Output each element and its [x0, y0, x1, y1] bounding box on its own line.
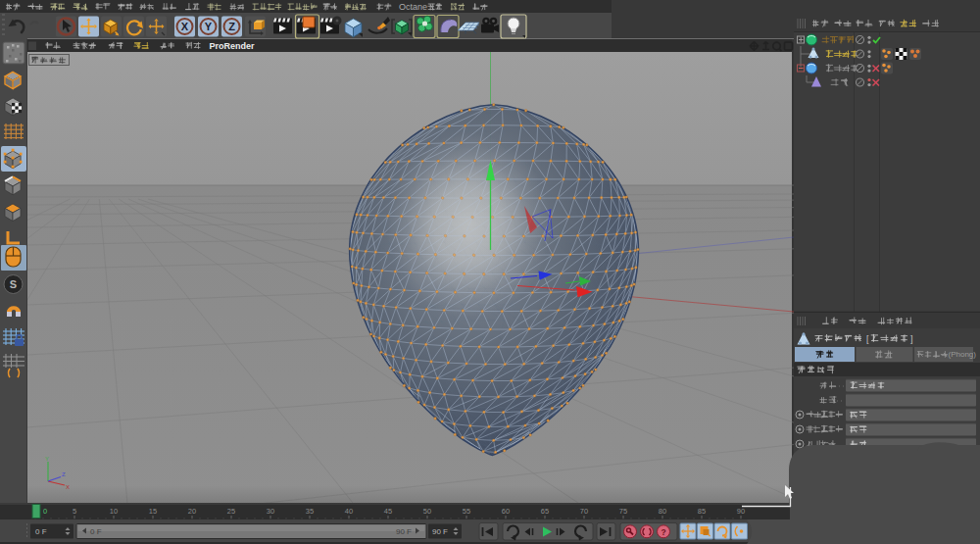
svg-text:S: S: [10, 278, 17, 290]
svg-text:Y: Y: [45, 456, 49, 462]
svg-text:25: 25: [227, 507, 235, 516]
svg-text:90 F: 90 F: [432, 527, 448, 536]
svg-text:35: 35: [306, 507, 314, 516]
svg-text:50: 50: [423, 507, 431, 516]
svg-text:Octane: Octane: [399, 2, 427, 12]
svg-text:5: 5: [73, 507, 76, 516]
svg-text:ProRender: ProRender: [210, 41, 256, 51]
svg-text:65: 65: [541, 507, 549, 516]
svg-text:Y: Y: [205, 21, 213, 32]
svg-text:0 F: 0 F: [90, 527, 102, 536]
svg-text:80: 80: [659, 507, 666, 516]
svg-text:60: 60: [502, 507, 510, 516]
svg-text:10: 10: [110, 507, 118, 516]
svg-text:90 F: 90 F: [396, 527, 412, 536]
svg-text:40: 40: [345, 507, 353, 516]
svg-text:20: 20: [188, 507, 196, 516]
svg-text:]: ]: [910, 334, 913, 344]
svg-text:Z: Z: [62, 471, 66, 477]
svg-text:90: 90: [737, 507, 745, 516]
svg-text:55: 55: [463, 507, 470, 516]
svg-text:45: 45: [384, 507, 392, 516]
svg-text:Z: Z: [228, 21, 235, 32]
svg-text:0: 0: [43, 507, 47, 516]
svg-text:30: 30: [267, 507, 274, 516]
svg-text:?: ?: [661, 527, 665, 537]
svg-text:(Phong): (Phong): [949, 350, 977, 359]
svg-text:15: 15: [149, 507, 157, 516]
svg-text:70: 70: [580, 507, 588, 516]
svg-text:0 F: 0 F: [35, 527, 47, 536]
svg-text:85: 85: [698, 507, 706, 516]
svg-text:X: X: [181, 21, 189, 32]
svg-text:75: 75: [619, 507, 627, 516]
